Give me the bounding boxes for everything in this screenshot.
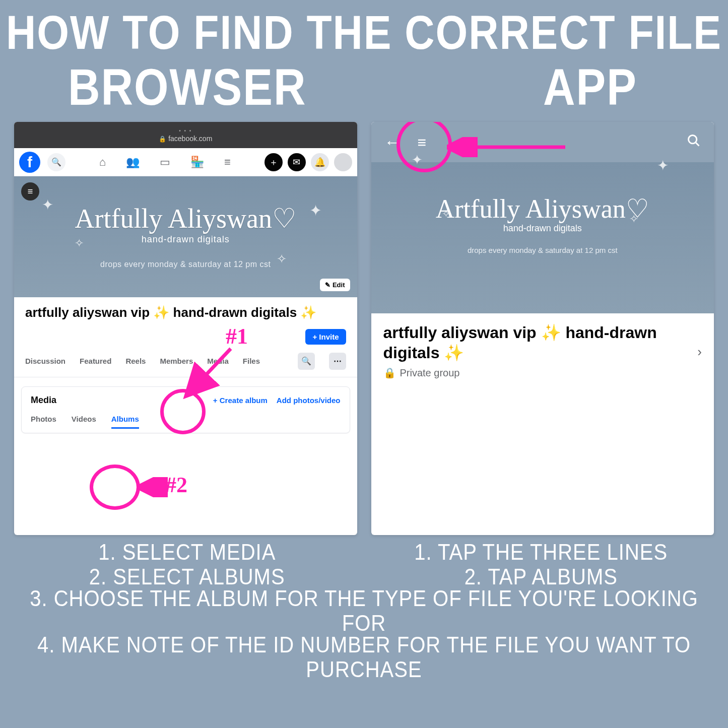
svg-line-3 [696, 142, 699, 146]
cover-drops: drops every monday & saturday at 12 pm c… [14, 260, 357, 269]
browser-step-2: 2. SELECT ALBUMS [20, 564, 354, 588]
invite-button[interactable]: + Invite [305, 329, 346, 345]
chevron-right-icon: › [697, 344, 702, 360]
url-text: facebook.com [168, 135, 212, 143]
tab-more-button[interactable]: ⋯ [329, 353, 346, 370]
friends-icon[interactable]: 👥 [126, 156, 140, 169]
annotation-2-label: #2 [165, 472, 187, 498]
group-tabs: Discussion Featured Reels Members Media … [14, 349, 357, 377]
subtab-photos[interactable]: Photos [31, 415, 56, 429]
media-card: Media + Create album Add photos/video Ph… [21, 386, 350, 433]
search-icon: 🔍 [51, 157, 61, 167]
app-search-icon[interactable] [687, 134, 701, 151]
instructions: 1. SELECT MEDIA 2. SELECT ALBUMS 1. TAP … [0, 542, 728, 679]
group-menu-button[interactable]: ≡ [21, 182, 39, 201]
tab-reels[interactable]: Reels [125, 357, 146, 365]
marketplace-icon[interactable]: 🏪 [190, 156, 204, 169]
lock-icon: 🔒 [159, 136, 166, 143]
add-photos-link[interactable]: Add photos/video [277, 396, 341, 405]
account-avatar[interactable] [334, 153, 352, 171]
app-step-1: 1. TAP THE THREE LINES [374, 540, 708, 564]
app-topbar: ← ≡ [371, 122, 714, 162]
tab-featured[interactable]: Featured [80, 357, 111, 365]
messenger-button[interactable]: ✉ [288, 153, 306, 171]
group-cover: ✦ ✧ ✦ ✧ Artfully Aliyswan♡ hand-drawn di… [14, 176, 357, 297]
app-group-title-row[interactable]: artfully aliyswan vip ✨ hand-drawn digit… [383, 322, 702, 363]
cover-sub: hand-drawn digitals [14, 234, 357, 245]
home-icon[interactable]: ⌂ [99, 156, 106, 169]
browser-label: BROWSER [68, 57, 307, 116]
app-cover: ✦ ✦ ✧ ✧ Artfully Aliyswan♡ hand-drawn di… [371, 162, 714, 313]
more-icon: ⋯ [334, 356, 342, 366]
notifications-button[interactable]: 🔔 [311, 153, 329, 171]
media-title: Media [31, 395, 56, 406]
watch-icon[interactable]: ▭ [160, 156, 170, 169]
menu-icon[interactable]: ≡ [224, 156, 231, 169]
app-step-2: 2. TAP ALBUMS [374, 564, 708, 588]
tab-files[interactable]: Files [243, 357, 260, 365]
back-arrow-icon[interactable]: ← [384, 133, 401, 152]
edit-cover-button[interactable]: ✎ Edit [320, 279, 350, 291]
page-title: HOW TO FIND THE CORRECT FILE [0, 6, 728, 60]
app-panel: ← ≡ ✦ ✦ ✧ ✧ Artfully Aliyswan♡ hand-draw… [371, 122, 714, 535]
annotation-2-arrow-icon [138, 477, 168, 497]
annotation-2-circle [90, 465, 140, 510]
app-group-title: artfully aliyswan vip ✨ hand-drawn digit… [383, 322, 693, 363]
cover-script: Artfully Aliyswan♡ [14, 176, 357, 231]
search-icon: 🔍 [301, 356, 311, 366]
step-3: 3. CHOOSE THE ALBUM FOR THE TYPE OF FILE… [0, 586, 728, 635]
group-title: artfully aliyswan vip ✨ hand-drawn digit… [25, 304, 346, 321]
svg-point-2 [689, 135, 697, 143]
lock-icon: 🔒 [383, 367, 396, 379]
subtab-albums[interactable]: Albums [111, 415, 139, 429]
tab-discussion[interactable]: Discussion [25, 357, 65, 365]
browser-step-1: 1. SELECT MEDIA [20, 540, 354, 564]
hamburger-menu-icon[interactable]: ≡ [418, 139, 426, 146]
facebook-logo-icon[interactable]: f [19, 152, 40, 173]
search-button[interactable]: 🔍 [47, 153, 65, 171]
tab-search-button[interactable]: 🔍 [298, 353, 315, 370]
browser-url-bar: • • • 🔒facebook.com [14, 122, 357, 148]
privacy-row: 🔒 Private group [383, 367, 702, 379]
facebook-topbar: f 🔍 ⌂ 👥 ▭ 🏪 ≡ ＋ ✉ 🔔 [14, 148, 357, 176]
create-album-link[interactable]: + Create album [213, 396, 268, 405]
privacy-label: Private group [400, 367, 460, 379]
app-cover-sub: hand-drawn digitals [371, 223, 714, 234]
step-4: 4. MAKE NOTE OF THE ID NUMBER FOR THE FI… [0, 633, 728, 682]
app-cover-drops: drops every monday & saturday at 12 pm c… [371, 246, 714, 254]
tab-members[interactable]: Members [160, 357, 193, 365]
tab-media[interactable]: Media [207, 357, 229, 365]
plus-button[interactable]: ＋ [264, 153, 283, 171]
browser-panel: • • • 🔒facebook.com f 🔍 ⌂ 👥 ▭ 🏪 ≡ ＋ ✉ 🔔 [14, 122, 357, 535]
app-label: APP [543, 57, 637, 116]
subtab-videos[interactable]: Videos [72, 415, 96, 429]
